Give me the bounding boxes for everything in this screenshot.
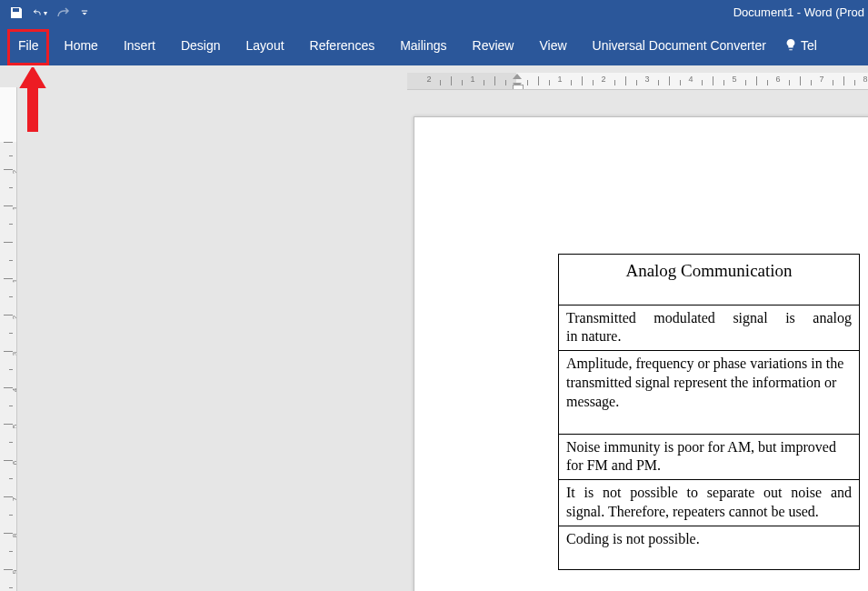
customize-qat-icon[interactable] xyxy=(80,5,89,20)
vertical-ruler[interactable]: 2 1 1 2 3 4 5 6 7 xyxy=(0,87,17,591)
table-row[interactable]: Coding is not possible. xyxy=(559,526,860,569)
hruler-num: 1 xyxy=(470,75,474,84)
document-workspace: 2 1 1 2 3 4 5 6 7 xyxy=(0,65,868,591)
vruler-num: 1 xyxy=(11,204,17,213)
table-row[interactable]: Amplitude, frequency or phase variations… xyxy=(559,351,860,434)
hruler-num: 8 xyxy=(863,75,867,84)
tab-layout[interactable]: Layout xyxy=(234,31,297,60)
quick-access-toolbar: ▾ xyxy=(0,5,89,20)
window-title: Document1 - Word (Prod xyxy=(733,5,864,19)
tab-design[interactable]: Design xyxy=(168,31,234,60)
redo-icon xyxy=(56,5,71,20)
hruler-num: 7 xyxy=(819,75,823,84)
left-indent-marker[interactable] xyxy=(513,85,524,90)
table-row[interactable]: Analog Communication xyxy=(559,255,860,306)
vruler-num: 7 xyxy=(11,495,17,504)
ribbon-tabs: File Home Insert Design Layout Reference… xyxy=(0,25,868,65)
hruler-num: 6 xyxy=(775,75,780,84)
table-header-cell[interactable]: Analog Communication xyxy=(559,255,860,306)
chevron-down-icon[interactable]: ▾ xyxy=(44,9,47,17)
vruler-num: 5 xyxy=(11,422,17,431)
tab-file[interactable]: File xyxy=(5,31,52,60)
table-cell[interactable]: Transmitted modulated signal is analog i… xyxy=(559,305,860,351)
undo-icon[interactable]: ▾ xyxy=(33,5,47,20)
hruler-num: 2 xyxy=(426,75,431,84)
vruler-num: 1 xyxy=(11,276,17,285)
vruler-num: 8 xyxy=(11,531,17,540)
lightbulb-icon xyxy=(784,38,797,54)
horizontal-ruler[interactable]: 2 1 1 2 3 4 5 6 xyxy=(407,73,868,90)
title-bar: ▾ Document1 - Word (Prod xyxy=(0,0,868,25)
hruler-num: 2 xyxy=(601,75,605,84)
table-row[interactable]: It is not possible to separate out noise… xyxy=(559,480,860,526)
table-cell[interactable]: It is not possible to separate out noise… xyxy=(559,480,860,526)
tell-me-label: Tel xyxy=(801,38,817,53)
document-table[interactable]: Analog Communication Transmitted modulat… xyxy=(558,254,860,570)
document-page[interactable]: Analog Communication Transmitted modulat… xyxy=(414,116,868,591)
hruler-num: 5 xyxy=(732,75,736,84)
table-row[interactable]: Noise immunity is poor for AM, but impro… xyxy=(559,434,860,480)
tab-insert[interactable]: Insert xyxy=(111,31,168,60)
tab-references[interactable]: References xyxy=(297,31,388,60)
vruler-num: 2 xyxy=(11,313,17,322)
tab-view[interactable]: View xyxy=(526,31,579,60)
save-icon[interactable] xyxy=(9,5,24,20)
table-row[interactable]: Transmitted modulated signal is analog i… xyxy=(559,305,860,351)
table-cell[interactable]: Amplitude, frequency or phase variations… xyxy=(559,351,860,434)
vruler-num: 9 xyxy=(11,567,17,576)
first-line-indent-marker[interactable] xyxy=(513,74,522,79)
tab-udc[interactable]: Universal Document Converter xyxy=(580,31,779,60)
hruler-num: 4 xyxy=(688,75,693,84)
table-cell[interactable]: Noise immunity is poor for AM, but impro… xyxy=(559,434,860,480)
tab-mailings[interactable]: Mailings xyxy=(387,31,459,60)
vruler-num: 4 xyxy=(11,386,17,395)
hruler-num: 1 xyxy=(557,75,562,84)
tab-home[interactable]: Home xyxy=(52,31,111,60)
tell-me-search[interactable]: Tel xyxy=(779,38,823,54)
vruler-num: 3 xyxy=(11,349,17,358)
table-cell[interactable]: Coding is not possible. xyxy=(559,526,860,569)
tab-review[interactable]: Review xyxy=(460,31,527,60)
vruler-num: 6 xyxy=(11,458,17,467)
hruler-num: 3 xyxy=(644,75,649,84)
